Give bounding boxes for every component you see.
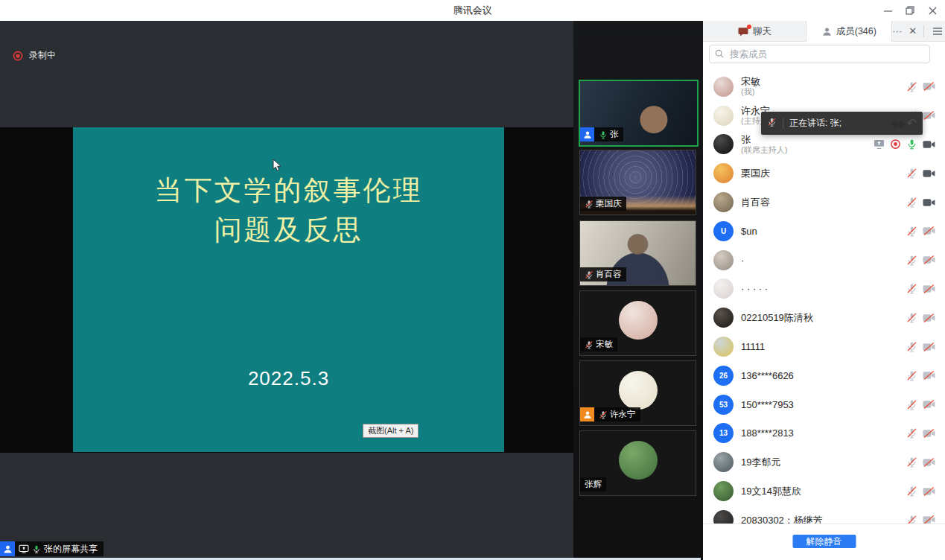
- member-status-icons: [906, 399, 935, 410]
- member-row[interactable]: ·: [703, 246, 945, 275]
- video-thumbnail-5[interactable]: 许永宁: [579, 360, 696, 426]
- video-thumbnail-3[interactable]: 肖百容: [579, 220, 696, 286]
- member-status-icons: [906, 81, 935, 92]
- search-input[interactable]: [709, 45, 930, 63]
- avatar: [619, 301, 658, 340]
- camera-off-icon: [923, 342, 935, 352]
- member-text: $un: [741, 226, 906, 237]
- more-button[interactable]: ···: [892, 26, 902, 36]
- reply-icon[interactable]: ↶: [907, 116, 917, 130]
- restore-icon: [906, 6, 914, 15]
- mic-muted-icon: [585, 340, 594, 349]
- member-row[interactable]: 19文14郭慧欣: [703, 477, 945, 506]
- tab-members[interactable]: 成员(346): [806, 21, 892, 42]
- search-area: [703, 42, 945, 66]
- member-row[interactable]: · · · · ·: [703, 275, 945, 304]
- member-row[interactable]: 11111: [703, 332, 945, 361]
- minimize-button[interactable]: [876, 0, 899, 21]
- record-icon: [890, 139, 901, 150]
- member-name: 11111: [741, 341, 906, 352]
- mic-muted-icon: [906, 456, 917, 468]
- video-thumbnail-2[interactable]: 栗国庆: [579, 150, 696, 215]
- member-list[interactable]: 宋敏(我)许永宁(主持人)张(联席主持人)栗国庆肖百容U$un·· · · · …: [703, 67, 945, 560]
- member-status-icons: [874, 139, 935, 150]
- camera-off-icon: [923, 284, 935, 294]
- video-thumbnail-strip[interactable]: 张栗国庆肖百容宋敏许永宁张辉: [573, 21, 703, 560]
- window-controls: [876, 0, 944, 21]
- member-text: 张(联席主持人): [741, 134, 874, 155]
- member-text: 136****6626: [741, 370, 906, 381]
- thumbnail-name-tag: 张: [580, 127, 623, 141]
- member-row[interactable]: 26136****6626: [703, 361, 945, 390]
- member-row[interactable]: 02210519陈清秋: [703, 303, 945, 332]
- mic-on-icon: [906, 139, 917, 150]
- camera-off-icon: [923, 486, 935, 497]
- avatar: [713, 106, 734, 126]
- video-thumbnail-1[interactable]: 张: [579, 80, 699, 147]
- avatar: [619, 441, 658, 480]
- video-thumbnail-4[interactable]: 宋敏: [579, 290, 696, 356]
- member-name: ·: [741, 255, 906, 266]
- thumbnail-name-tag: 栗国庆: [580, 197, 626, 211]
- restore-button[interactable]: [899, 0, 921, 21]
- member-row[interactable]: U$un: [703, 217, 945, 246]
- member-name: 136****6626: [741, 370, 906, 381]
- member-name: 19李郁元: [741, 456, 906, 468]
- share-banner-label: 张的屏幕共享: [15, 541, 104, 556]
- member-status-icons: [906, 312, 935, 323]
- panel-menu-button[interactable]: [929, 21, 945, 41]
- mic-muted-icon: [906, 486, 917, 497]
- side-panel: 聊天 成员(346) ··· ✕: [703, 21, 945, 560]
- tab-chat[interactable]: 聊天: [703, 21, 806, 42]
- member-row[interactable]: 19李郁元: [703, 448, 945, 477]
- mic-on-icon: [599, 130, 608, 139]
- mic-muted-icon: [906, 226, 917, 237]
- member-name: 肖百容: [741, 197, 906, 208]
- mic-muted-icon: [585, 200, 594, 209]
- member-status-icons: [906, 255, 935, 266]
- avatar: [713, 77, 734, 97]
- mouse-cursor: [273, 159, 282, 175]
- speaking-toast-text: 正在讲话: 张;: [789, 117, 891, 130]
- self-badge: [0, 541, 15, 556]
- avatar: 13: [713, 423, 734, 443]
- mic-muted-icon: [906, 283, 917, 294]
- mic-muted-icon: [906, 255, 917, 266]
- camera-off-icon: [923, 428, 935, 439]
- mic-muted-icon: [906, 341, 917, 352]
- unmute-button[interactable]: 解除静音: [792, 535, 856, 548]
- close-icon: [929, 7, 937, 15]
- divider: [923, 25, 924, 37]
- toast-mic-muted-icon: [767, 117, 777, 130]
- screen-share-icon: [19, 544, 29, 553]
- person-icon: [3, 544, 13, 554]
- screen-share-icon: [874, 139, 885, 150]
- panel-footer: 解除静音: [703, 524, 945, 560]
- member-text: 02210519陈清秋: [741, 312, 906, 323]
- member-row[interactable]: 栗国庆: [703, 159, 945, 188]
- person-icon: [583, 130, 592, 139]
- speaking-toast: 正在讲话: 张; ◆◆ ↶: [761, 112, 923, 135]
- camera-on-icon: [923, 168, 935, 179]
- camera-off-icon: [923, 313, 935, 323]
- member-status-icons: [906, 427, 935, 439]
- participant-name: 宋敏: [596, 339, 613, 350]
- member-row[interactable]: 53150****7953: [703, 390, 945, 419]
- chat-icon: [738, 27, 748, 36]
- mic-muted-icon: [906, 168, 917, 179]
- close-button[interactable]: [921, 0, 944, 21]
- self-badge: [580, 127, 594, 141]
- avatar: [713, 250, 734, 270]
- panel-close-button[interactable]: ✕: [909, 26, 917, 36]
- member-row[interactable]: 宋敏(我): [703, 72, 945, 101]
- participant-name: 张: [610, 129, 619, 140]
- avatar: U: [713, 221, 734, 241]
- member-row[interactable]: 肖百容: [703, 188, 945, 217]
- avatar: [713, 308, 734, 328]
- member-row[interactable]: 13188****2813: [703, 419, 945, 448]
- video-thumbnail-6[interactable]: 张辉: [579, 430, 696, 496]
- member-status-icons: [906, 486, 935, 497]
- screenshot-tooltip: 截图(Alt + A): [363, 424, 419, 438]
- member-name: 张: [741, 134, 874, 145]
- reaction-icon[interactable]: ◆◆: [891, 117, 903, 130]
